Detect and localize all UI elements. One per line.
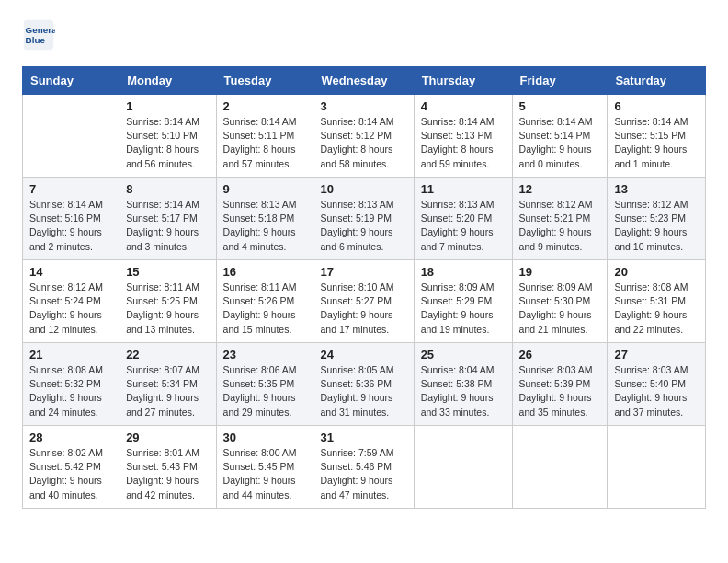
calendar-cell bbox=[608, 426, 706, 509]
calendar-cell: 3Sunrise: 8:14 AMSunset: 5:12 PMDaylight… bbox=[313, 95, 414, 178]
day-info: Sunrise: 8:12 AMSunset: 5:21 PMDaylight:… bbox=[519, 198, 601, 254]
page-header: General Blue bbox=[22, 18, 706, 52]
day-number: 30 bbox=[223, 431, 307, 444]
calendar-cell: 6Sunrise: 8:14 AMSunset: 5:15 PMDaylight… bbox=[608, 95, 706, 178]
day-info: Sunrise: 8:13 AMSunset: 5:19 PMDaylight:… bbox=[320, 198, 406, 254]
calendar-cell bbox=[512, 426, 608, 509]
day-number: 31 bbox=[320, 431, 406, 444]
day-number: 24 bbox=[320, 348, 406, 362]
day-number: 20 bbox=[614, 265, 699, 279]
day-number: 10 bbox=[320, 182, 406, 196]
calendar-page: General Blue SundayMondayTuesdayWednesda… bbox=[0, 0, 728, 563]
calendar-cell bbox=[414, 426, 512, 509]
calendar-week-row: 14Sunrise: 8:12 AMSunset: 5:24 PMDayligh… bbox=[23, 260, 706, 343]
calendar-cell: 14Sunrise: 8:12 AMSunset: 5:24 PMDayligh… bbox=[23, 260, 119, 343]
weekday-header-tuesday: Tuesday bbox=[216, 67, 313, 95]
day-info: Sunrise: 8:08 AMSunset: 5:32 PMDaylight:… bbox=[29, 363, 112, 419]
calendar-cell: 13Sunrise: 8:12 AMSunset: 5:23 PMDayligh… bbox=[608, 178, 706, 260]
calendar-cell: 18Sunrise: 8:09 AMSunset: 5:29 PMDayligh… bbox=[414, 260, 512, 343]
day-info: Sunrise: 8:06 AMSunset: 5:35 PMDaylight:… bbox=[223, 363, 307, 419]
day-info: Sunrise: 8:05 AMSunset: 5:36 PMDaylight:… bbox=[320, 363, 406, 419]
day-number: 4 bbox=[421, 99, 506, 113]
day-number: 19 bbox=[519, 265, 601, 279]
day-info: Sunrise: 8:13 AMSunset: 5:18 PMDaylight:… bbox=[223, 198, 307, 254]
calendar-cell: 31Sunrise: 7:59 AMSunset: 5:46 PMDayligh… bbox=[313, 426, 414, 509]
calendar-cell: 8Sunrise: 8:14 AMSunset: 5:17 PMDaylight… bbox=[119, 178, 216, 260]
day-info: Sunrise: 8:03 AMSunset: 5:40 PMDaylight:… bbox=[614, 363, 699, 419]
logo-icon: General Blue bbox=[22, 18, 55, 52]
calendar-week-row: 7Sunrise: 8:14 AMSunset: 5:16 PMDaylight… bbox=[23, 178, 706, 260]
calendar-cell: 25Sunrise: 8:04 AMSunset: 5:38 PMDayligh… bbox=[414, 343, 512, 426]
weekday-header-friday: Friday bbox=[512, 67, 608, 95]
weekday-header-saturday: Saturday bbox=[608, 67, 706, 95]
day-info: Sunrise: 8:07 AMSunset: 5:34 PMDaylight:… bbox=[126, 363, 209, 419]
calendar-cell: 26Sunrise: 8:03 AMSunset: 5:39 PMDayligh… bbox=[512, 343, 608, 426]
day-info: Sunrise: 8:09 AMSunset: 5:30 PMDaylight:… bbox=[519, 281, 601, 337]
calendar-cell: 27Sunrise: 8:03 AMSunset: 5:40 PMDayligh… bbox=[608, 343, 706, 426]
day-info: Sunrise: 8:01 AMSunset: 5:43 PMDaylight:… bbox=[126, 446, 209, 502]
day-number: 27 bbox=[614, 348, 699, 362]
day-info: Sunrise: 8:03 AMSunset: 5:39 PMDaylight:… bbox=[519, 363, 601, 419]
calendar-cell: 22Sunrise: 8:07 AMSunset: 5:34 PMDayligh… bbox=[119, 343, 216, 426]
calendar-week-row: 21Sunrise: 8:08 AMSunset: 5:32 PMDayligh… bbox=[23, 343, 706, 426]
day-number: 3 bbox=[320, 99, 406, 113]
day-info: Sunrise: 8:11 AMSunset: 5:25 PMDaylight:… bbox=[126, 281, 209, 337]
calendar-cell: 2Sunrise: 8:14 AMSunset: 5:11 PMDaylight… bbox=[216, 95, 313, 178]
day-number: 14 bbox=[29, 265, 112, 279]
day-info: Sunrise: 8:13 AMSunset: 5:20 PMDaylight:… bbox=[421, 198, 506, 254]
calendar-cell: 9Sunrise: 8:13 AMSunset: 5:18 PMDaylight… bbox=[216, 178, 313, 260]
day-number: 7 bbox=[29, 182, 112, 196]
day-number: 28 bbox=[29, 431, 112, 444]
day-number: 26 bbox=[519, 348, 601, 362]
weekday-header-thursday: Thursday bbox=[414, 67, 512, 95]
day-number: 21 bbox=[29, 348, 112, 362]
day-number: 15 bbox=[126, 265, 209, 279]
day-info: Sunrise: 8:10 AMSunset: 5:27 PMDaylight:… bbox=[320, 281, 406, 337]
day-info: Sunrise: 8:14 AMSunset: 5:16 PMDaylight:… bbox=[29, 198, 112, 254]
day-info: Sunrise: 8:14 AMSunset: 5:14 PMDaylight:… bbox=[519, 115, 601, 171]
day-info: Sunrise: 8:02 AMSunset: 5:42 PMDaylight:… bbox=[29, 446, 112, 502]
calendar-cell: 19Sunrise: 8:09 AMSunset: 5:30 PMDayligh… bbox=[512, 260, 608, 343]
day-number: 5 bbox=[519, 99, 601, 113]
day-info: Sunrise: 8:14 AMSunset: 5:10 PMDaylight:… bbox=[126, 115, 209, 171]
calendar-cell: 15Sunrise: 8:11 AMSunset: 5:25 PMDayligh… bbox=[119, 260, 216, 343]
day-number: 12 bbox=[519, 182, 601, 196]
day-info: Sunrise: 8:09 AMSunset: 5:29 PMDaylight:… bbox=[421, 281, 506, 337]
day-info: Sunrise: 8:14 AMSunset: 5:11 PMDaylight:… bbox=[223, 115, 307, 171]
day-number: 16 bbox=[223, 265, 307, 279]
calendar-cell: 12Sunrise: 8:12 AMSunset: 5:21 PMDayligh… bbox=[512, 178, 608, 260]
day-number: 23 bbox=[223, 348, 307, 362]
day-number: 29 bbox=[126, 431, 209, 444]
calendar-week-row: 28Sunrise: 8:02 AMSunset: 5:42 PMDayligh… bbox=[23, 426, 706, 509]
calendar-cell: 24Sunrise: 8:05 AMSunset: 5:36 PMDayligh… bbox=[313, 343, 414, 426]
calendar-cell: 4Sunrise: 8:14 AMSunset: 5:13 PMDaylight… bbox=[414, 95, 512, 178]
calendar-cell: 21Sunrise: 8:08 AMSunset: 5:32 PMDayligh… bbox=[23, 343, 119, 426]
day-info: Sunrise: 8:04 AMSunset: 5:38 PMDaylight:… bbox=[421, 363, 506, 419]
logo: General Blue bbox=[22, 18, 59, 52]
calendar-cell: 7Sunrise: 8:14 AMSunset: 5:16 PMDaylight… bbox=[23, 178, 119, 260]
calendar-table: SundayMondayTuesdayWednesdayThursdayFrid… bbox=[22, 66, 706, 509]
day-number: 1 bbox=[126, 99, 209, 113]
day-info: Sunrise: 8:14 AMSunset: 5:12 PMDaylight:… bbox=[320, 115, 406, 171]
day-number: 11 bbox=[421, 182, 506, 196]
day-number: 13 bbox=[614, 182, 699, 196]
day-number: 2 bbox=[223, 99, 307, 113]
day-number: 22 bbox=[126, 348, 209, 362]
calendar-cell: 10Sunrise: 8:13 AMSunset: 5:19 PMDayligh… bbox=[313, 178, 414, 260]
weekday-header-monday: Monday bbox=[119, 67, 216, 95]
day-info: Sunrise: 8:14 AMSunset: 5:17 PMDaylight:… bbox=[126, 198, 209, 254]
day-info: Sunrise: 8:00 AMSunset: 5:45 PMDaylight:… bbox=[223, 446, 307, 502]
svg-text:General: General bbox=[26, 25, 55, 35]
calendar-cell: 5Sunrise: 8:14 AMSunset: 5:14 PMDaylight… bbox=[512, 95, 608, 178]
calendar-cell: 11Sunrise: 8:13 AMSunset: 5:20 PMDayligh… bbox=[414, 178, 512, 260]
day-info: Sunrise: 7:59 AMSunset: 5:46 PMDaylight:… bbox=[320, 446, 406, 502]
day-info: Sunrise: 8:12 AMSunset: 5:23 PMDaylight:… bbox=[614, 198, 699, 254]
weekday-header-wednesday: Wednesday bbox=[313, 67, 414, 95]
day-number: 17 bbox=[320, 265, 406, 279]
weekday-header-sunday: Sunday bbox=[23, 67, 119, 95]
calendar-cell: 28Sunrise: 8:02 AMSunset: 5:42 PMDayligh… bbox=[23, 426, 119, 509]
day-number: 18 bbox=[421, 265, 506, 279]
day-number: 8 bbox=[126, 182, 209, 196]
calendar-cell: 23Sunrise: 8:06 AMSunset: 5:35 PMDayligh… bbox=[216, 343, 313, 426]
day-info: Sunrise: 8:12 AMSunset: 5:24 PMDaylight:… bbox=[29, 281, 112, 337]
